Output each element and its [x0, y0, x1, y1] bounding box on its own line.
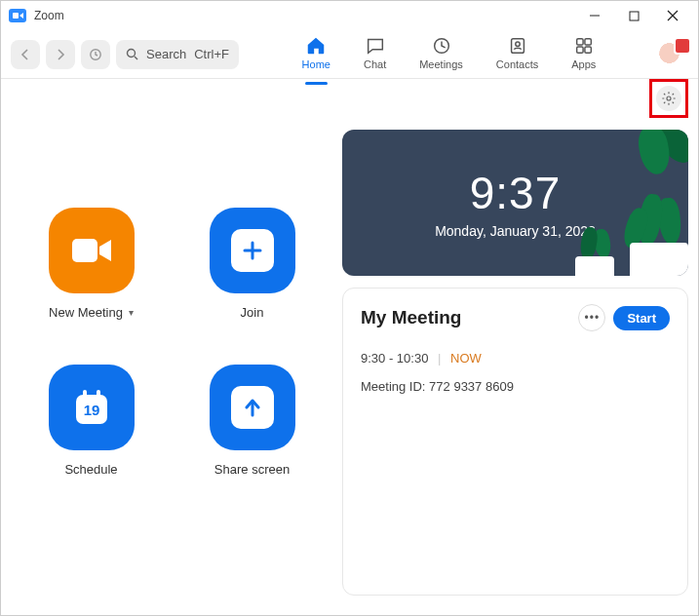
- tab-label: Contacts: [496, 58, 538, 70]
- tab-label: Chat: [364, 58, 386, 70]
- tab-label: Apps: [571, 58, 596, 70]
- new-meeting-action[interactable]: New Meeting ▾: [20, 208, 162, 320]
- nav-forward-button[interactable]: [46, 40, 75, 69]
- svg-text:19: 19: [83, 402, 99, 418]
- svg-rect-13: [585, 46, 591, 52]
- clock-time: 9:37: [470, 167, 562, 219]
- tab-label: Home: [302, 58, 330, 70]
- action-label: Schedule: [64, 462, 117, 477]
- settings-button[interactable]: [656, 86, 681, 111]
- share-tile: [210, 365, 295, 450]
- search-input[interactable]: Search Ctrl+F: [116, 40, 239, 69]
- search-shortcut: Ctrl+F: [194, 47, 229, 61]
- tab-home[interactable]: Home: [302, 35, 330, 74]
- join-tile: [210, 208, 295, 293]
- action-label: Share screen: [214, 462, 290, 477]
- arrow-up-icon: [241, 396, 264, 419]
- meeting-title: My Meeting: [361, 307, 570, 328]
- svg-rect-12: [576, 46, 582, 52]
- settings-highlight: [649, 79, 688, 118]
- zoom-app-icon: [9, 9, 26, 22]
- main-tabs: Home Chat Meetings Contacts Apps: [245, 35, 653, 74]
- schedule-tile: 19: [49, 365, 135, 450]
- side-panel: 9:37 Monday, January 31, 2022 My Meeting…: [342, 130, 688, 596]
- nav-back-button[interactable]: [11, 40, 40, 69]
- search-icon: [126, 48, 138, 60]
- meeting-id-label: Meeting ID:: [361, 379, 425, 394]
- gear-icon: [661, 91, 677, 106]
- meeting-card: My Meeting ••• Start 9:30 - 10:30 | NOW …: [342, 288, 688, 596]
- svg-rect-15: [72, 239, 97, 262]
- svg-point-5: [128, 50, 136, 58]
- subbar: [1, 79, 698, 118]
- plant-decoration: [562, 223, 620, 276]
- chevron-down-icon[interactable]: ▾: [129, 307, 134, 318]
- svg-rect-19: [83, 390, 87, 399]
- schedule-action[interactable]: 19 Schedule: [20, 365, 162, 477]
- meeting-more-button[interactable]: •••: [578, 304, 605, 331]
- meeting-time-range: 9:30 - 10:30: [361, 351, 428, 366]
- svg-rect-10: [576, 38, 582, 44]
- minimize-button[interactable]: [575, 2, 614, 29]
- svg-rect-20: [97, 390, 100, 399]
- meeting-time-row: 9:30 - 10:30 | NOW: [361, 351, 670, 366]
- start-meeting-button[interactable]: Start: [613, 306, 670, 330]
- window-title: Zoom: [34, 9, 64, 22]
- tab-contacts[interactable]: Contacts: [496, 35, 538, 74]
- search-placeholder: Search: [146, 47, 186, 61]
- maximize-button[interactable]: [614, 2, 653, 29]
- profile-avatar[interactable]: [659, 40, 688, 69]
- toolbar: Search Ctrl+F Home Chat Meetings Contact…: [1, 30, 698, 79]
- history-button[interactable]: [81, 40, 110, 69]
- join-action[interactable]: Join: [181, 208, 323, 320]
- tab-chat[interactable]: Chat: [364, 35, 386, 74]
- apps-icon: [573, 35, 595, 57]
- separator: |: [438, 351, 441, 366]
- meeting-now-label: NOW: [450, 351, 482, 366]
- new-meeting-tile: [49, 208, 135, 293]
- plant-decoration: [616, 184, 688, 276]
- svg-point-9: [515, 41, 519, 45]
- contacts-icon: [507, 35, 528, 57]
- tab-label: Meetings: [419, 58, 463, 70]
- clock-card: 9:37 Monday, January 31, 2022: [342, 130, 688, 276]
- svg-rect-1: [630, 12, 639, 20]
- share-screen-action[interactable]: Share screen: [181, 365, 323, 477]
- home-icon: [305, 35, 327, 57]
- plus-icon: [241, 239, 264, 262]
- titlebar: Zoom: [1, 1, 698, 30]
- meeting-id-value: 772 9337 8609: [429, 379, 514, 394]
- clock-icon: [431, 35, 452, 57]
- svg-line-6: [135, 57, 137, 59]
- ellipsis-icon: •••: [585, 311, 601, 325]
- chat-icon: [365, 35, 386, 57]
- tab-meetings[interactable]: Meetings: [419, 35, 463, 74]
- svg-rect-11: [585, 38, 591, 44]
- svg-point-14: [667, 96, 671, 100]
- quick-actions: New Meeting ▾ Join: [11, 130, 323, 596]
- video-icon: [68, 233, 115, 268]
- action-label: New Meeting: [49, 305, 123, 320]
- close-button[interactable]: [653, 2, 692, 29]
- calendar-icon: 19: [67, 383, 116, 432]
- tab-apps[interactable]: Apps: [571, 35, 596, 74]
- action-label: Join: [241, 305, 264, 320]
- meeting-id-row: Meeting ID: 772 9337 8609: [361, 379, 670, 394]
- main-content: New Meeting ▾ Join: [1, 118, 698, 615]
